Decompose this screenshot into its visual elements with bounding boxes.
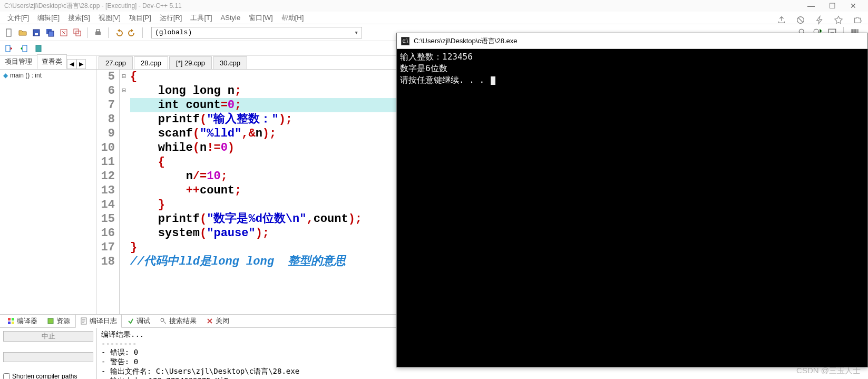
tab-resources-label: 资源 xyxy=(56,316,70,326)
shorten-paths-input[interactable] xyxy=(3,373,10,380)
menu-edit[interactable]: 编辑[E] xyxy=(33,12,64,24)
menubar: 文件[F] 编辑[E] 搜索[S] 视图[V] 项目[P] 运行[R] 工具[T… xyxy=(0,12,868,24)
bolt-icon[interactable] xyxy=(814,15,825,25)
svg-rect-9 xyxy=(96,30,100,32)
scope-combo[interactable]: (globals) ▾ xyxy=(151,27,362,38)
svg-rect-16 xyxy=(6,45,10,52)
console-titlebar[interactable]: c:\ C:\Users\zjl\Desktop\c语言\28.exe xyxy=(397,33,867,49)
undo-icon[interactable] xyxy=(113,27,124,38)
save-all-icon[interactable] xyxy=(44,27,56,38)
file-tab-28[interactable]: 28.cpp xyxy=(134,56,168,69)
shorten-paths-label: Shorten compiler paths xyxy=(12,373,77,379)
minimize-button[interactable]: — xyxy=(801,2,822,10)
fold-column[interactable]: ⊟⊟ xyxy=(120,70,128,314)
save-icon[interactable] xyxy=(31,27,42,38)
function-icon: ◆ xyxy=(3,72,8,79)
console-cursor xyxy=(491,76,495,85)
menu-help[interactable]: 帮助[H] xyxy=(277,12,308,24)
menu-run[interactable]: 运行[R] xyxy=(155,12,187,24)
svg-rect-23 xyxy=(48,318,53,324)
insert-right-icon[interactable] xyxy=(18,43,30,54)
window-titlebar: C:\Users\zjl\Desktop\c语言\28.cpp - [Execu… xyxy=(0,0,868,12)
svg-rect-17 xyxy=(23,45,27,52)
tab-compiler-label: 编译器 xyxy=(17,316,37,326)
tab-view-classes[interactable]: 查看类 xyxy=(37,54,67,69)
menu-view[interactable]: 视图[V] xyxy=(94,12,125,24)
tab-project-manage[interactable]: 项目管理 xyxy=(0,54,37,69)
tab-debug[interactable]: 调试 xyxy=(123,315,154,327)
class-tree[interactable]: ◆ main () : int xyxy=(0,70,96,314)
console-output: 输入整数：123456 数字是6位数 请按任意键继续. . . xyxy=(397,49,867,88)
menu-search[interactable]: 搜索[S] xyxy=(64,12,94,24)
close-button[interactable]: ✕ xyxy=(843,2,864,10)
close-all-icon[interactable] xyxy=(72,27,83,38)
new-file-icon[interactable] xyxy=(3,27,15,38)
menu-astyle[interactable]: AStyle xyxy=(217,13,245,23)
file-tab-29[interactable]: [*] 29.cpp xyxy=(169,56,212,69)
svg-rect-18 xyxy=(36,45,41,52)
tab-debug-label: 调试 xyxy=(136,316,150,326)
abort-button[interactable]: 中止 xyxy=(3,331,93,342)
console-line: 数字是6位数 xyxy=(400,63,447,73)
shorten-paths-checkbox[interactable]: Shorten compiler paths xyxy=(3,373,93,379)
svg-rect-2 xyxy=(35,33,38,35)
tab-close-label: 关闭 xyxy=(216,316,229,326)
open-file-icon[interactable] xyxy=(17,27,28,38)
menu-project[interactable]: 项目[P] xyxy=(125,12,155,24)
left-panel-tabs: 项目管理 查看类 ◀ ▶ xyxy=(0,56,96,70)
svg-rect-19 xyxy=(8,318,11,320)
console-icon: c:\ xyxy=(401,37,409,45)
svg-rect-0 xyxy=(6,29,11,36)
bottom-left-controls: 中止 Shorten compiler paths xyxy=(0,328,96,379)
menu-file[interactable]: 文件[F] xyxy=(3,12,33,24)
file-tab-30[interactable]: 30.cpp xyxy=(213,56,247,69)
close-file-icon[interactable] xyxy=(58,27,70,38)
share-icon[interactable] xyxy=(776,15,787,25)
toolbar-separator xyxy=(87,27,88,38)
svg-rect-22 xyxy=(12,322,14,324)
redo-icon[interactable] xyxy=(126,27,138,38)
menu-tools[interactable]: 工具[T] xyxy=(186,12,216,24)
svg-point-25 xyxy=(161,318,164,322)
tab-compile-log[interactable]: 编译日志 xyxy=(75,314,122,328)
insert-left-icon[interactable] xyxy=(3,43,15,54)
console-line: 请按任意键继续. . . xyxy=(400,75,490,85)
file-tab-27[interactable]: 27.cpp xyxy=(99,56,133,69)
toolbar-separator xyxy=(142,27,143,38)
svg-rect-4 xyxy=(48,31,54,36)
tab-close[interactable]: 关闭 xyxy=(202,315,233,327)
blank-button[interactable] xyxy=(3,352,93,362)
svg-rect-20 xyxy=(12,318,14,320)
line-number-gutter: 56789101112131415161718 xyxy=(96,70,120,314)
tab-compiler[interactable]: 编译器 xyxy=(3,315,42,327)
tab-nav-prev[interactable]: ◀ xyxy=(67,59,76,69)
tab-compile-log-label: 编译日志 xyxy=(90,316,117,326)
window-title: C:\Users\zjl\Desktop\c语言\28.cpp - [Execu… xyxy=(4,2,801,11)
toolbar-separator xyxy=(108,27,109,38)
tree-item-main[interactable]: ◆ main () : int xyxy=(3,72,93,79)
watermark: CSDN @三玉人士 xyxy=(796,366,861,376)
puzzle-icon[interactable] xyxy=(852,15,863,25)
svg-rect-21 xyxy=(8,322,11,324)
svg-rect-8 xyxy=(95,32,101,35)
tab-search-results-label: 搜索结果 xyxy=(169,316,197,326)
left-panel: 项目管理 查看类 ◀ ▶ ◆ main () : int xyxy=(0,56,96,314)
bookmark-icon[interactable] xyxy=(33,43,44,54)
chevron-down-icon: ▾ xyxy=(354,28,358,37)
tab-search-results[interactable]: 搜索结果 xyxy=(155,315,201,327)
browser-extension-icons xyxy=(776,15,863,25)
star-icon[interactable] xyxy=(833,15,844,25)
console-window[interactable]: c:\ C:\Users\zjl\Desktop\c语言\28.exe 输入整数… xyxy=(396,33,868,367)
block-icon[interactable] xyxy=(795,15,806,25)
scope-combo-value: (globals) xyxy=(155,28,192,36)
console-line: 输入整数：123456 xyxy=(400,52,473,62)
tree-item-label: main () : int xyxy=(10,72,42,79)
menu-window[interactable]: 窗口[W] xyxy=(245,12,277,24)
print-icon[interactable] xyxy=(92,27,104,38)
maximize-button[interactable]: ☐ xyxy=(822,2,843,10)
tab-resources[interactable]: 资源 xyxy=(43,315,74,327)
console-title: C:\Users\zjl\Desktop\c语言\28.exe xyxy=(414,36,518,46)
tab-nav-next[interactable]: ▶ xyxy=(76,59,86,69)
